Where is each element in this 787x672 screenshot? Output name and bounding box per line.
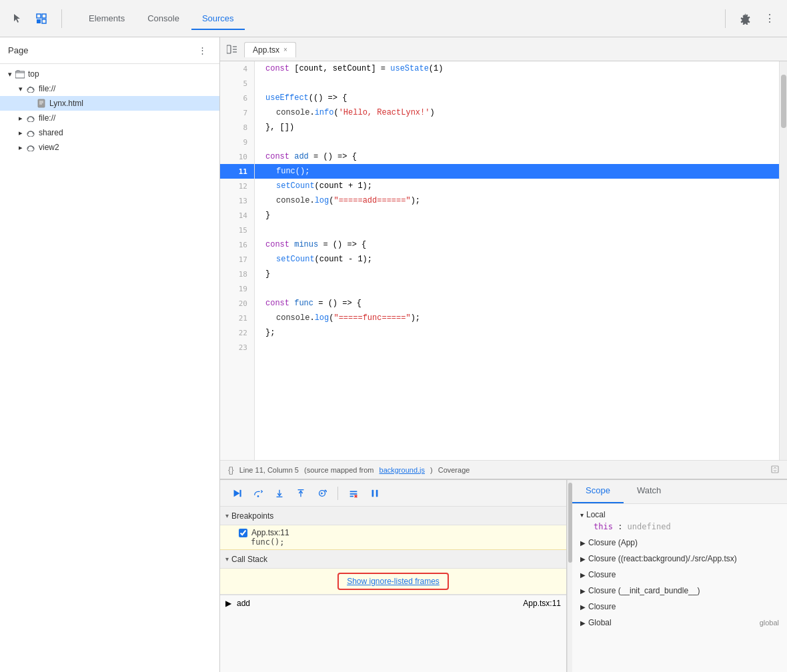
breakpoint-checkbox[interactable] — [239, 529, 247, 537]
code-line-12[interactable]: setCount(count + 1); — [255, 179, 779, 193]
code-line-19[interactable] — [255, 281, 779, 296]
deactivate-breakpoints-button[interactable] — [345, 485, 362, 502]
code-line-10[interactable]: const add = () => { — [255, 149, 779, 164]
cloud-icon-file1 — [25, 83, 36, 94]
tab-elements[interactable]: Elements — [78, 8, 135, 30]
tree-arrow-view2[interactable] — [16, 143, 25, 152]
svg-point-17 — [257, 495, 259, 497]
step-button[interactable] — [313, 485, 331, 502]
code-tab-label: App.tsx — [253, 45, 279, 55]
code-scrollbar[interactable] — [779, 61, 787, 460]
step-over-button[interactable] — [249, 485, 267, 502]
tree-item-lynx[interactable]: Lynx.html — [0, 96, 219, 111]
status-source-mapped: (source mapped from — [304, 466, 374, 474]
scope-tabs: Scope Watch — [572, 480, 787, 504]
file-tree-toggle-icon[interactable] — [225, 43, 239, 56]
tree-arrow-file1[interactable] — [16, 84, 25, 93]
code-line-21[interactable]: console.log("=====func====="); — [255, 311, 779, 325]
code-line-20[interactable]: const func = () => { — [255, 296, 779, 311]
breakpoints-section-header[interactable]: ▾ Breakpoints — [220, 507, 566, 525]
tab-watch[interactable]: Watch — [624, 480, 674, 503]
code-line-5[interactable] — [255, 76, 779, 91]
scope-closure-app-header[interactable]: ▶ Closure (App) — [578, 537, 782, 549]
debug-controls — [220, 480, 566, 507]
scope-closure-3-header[interactable]: ▶ Closure — [578, 601, 782, 613]
scope-closure-init-header[interactable]: ▶ Closure (__init_card_bundle__) — [578, 585, 782, 597]
svg-rect-0 — [37, 14, 41, 18]
code-line-15[interactable] — [255, 223, 779, 237]
code-line-18[interactable]: } — [255, 267, 779, 281]
scope-closure-react-header[interactable]: ▶ Closure ((react:background)/./src/App.… — [578, 553, 782, 565]
step-into-button[interactable] — [271, 485, 288, 502]
scope-local-header[interactable]: ▾ Local — [578, 509, 782, 521]
tree-arrow-shared[interactable] — [16, 128, 25, 137]
svg-rect-6 — [38, 99, 45, 107]
breakpoints-label: Breakpoints — [231, 511, 273, 521]
code-line-17[interactable]: setCount(count - 1); — [255, 252, 779, 267]
code-line-14[interactable]: } — [255, 208, 779, 223]
debug-scroll-thumb[interactable] — [568, 483, 572, 563]
line-num-11: 11 — [220, 164, 254, 179]
scope-closure-2-header[interactable]: ▶ Closure — [578, 569, 782, 581]
code-line-7[interactable]: console.info('Hello, ReactLynx!') — [255, 105, 779, 120]
scope-closure-init-label: Closure (__init_card_bundle__) — [588, 586, 700, 595]
step-out-button[interactable] — [292, 485, 309, 502]
line-numbers: 4 5 6 7 8 9 10 11 12 13 14 15 16 17 18 1… — [220, 61, 255, 460]
tree-label-view2: view2 — [39, 143, 59, 152]
scope-global-header[interactable]: ▶ Global global — [578, 617, 782, 629]
svg-rect-2 — [37, 19, 41, 23]
call-stack-section-header[interactable]: ▾ Call Stack — [220, 550, 566, 569]
scroll-thumb[interactable] — [781, 75, 786, 128]
code-line-13[interactable]: console.log("=====add======"); — [255, 193, 779, 208]
tab-scope[interactable]: Scope — [572, 480, 624, 503]
code-line-6[interactable]: useEffect(() => { — [255, 91, 779, 105]
code-tab-apptsx[interactable]: App.tsx × — [244, 42, 296, 57]
scope-closure-app: ▶ Closure (App) — [572, 535, 787, 551]
scope-global: ▶ Global global — [572, 615, 787, 631]
code-line-9[interactable] — [255, 135, 779, 149]
tree-leaf-lynx — [27, 99, 36, 108]
tree-label-shared: shared — [39, 128, 63, 137]
tab-console[interactable]: Console — [137, 8, 190, 30]
call-stack-add-item[interactable]: ▶ add App.tsx:11 — [220, 595, 566, 611]
inspector-icon[interactable] — [32, 9, 51, 28]
format-icon[interactable]: {} — [228, 465, 234, 475]
tree-arrow-file2[interactable] — [16, 113, 25, 123]
settings-icon[interactable] — [736, 9, 755, 28]
code-line-16[interactable]: const minus = () => { — [255, 237, 779, 252]
show-ignored-frames[interactable]: Show ignore-listed frames — [220, 569, 566, 595]
tree-item-file1[interactable]: file:// — [0, 81, 219, 96]
status-source-file[interactable]: background.js — [379, 466, 426, 474]
cursor-icon[interactable] — [8, 9, 27, 28]
tree-item-top[interactable]: top — [0, 67, 219, 81]
right-area: App.tsx × 4 5 6 7 8 9 10 11 12 13 14 — [220, 37, 787, 672]
sidebar-more-icon[interactable]: ⋮ — [193, 41, 211, 60]
code-line-22[interactable]: }; — [255, 325, 779, 340]
code-tab-close[interactable]: × — [283, 46, 287, 53]
code-line-8[interactable]: }, []) — [255, 120, 779, 135]
tree-item-file2[interactable]: file:// — [0, 111, 219, 125]
svg-marker-15 — [234, 489, 240, 497]
tree-item-view2[interactable]: view2 — [0, 140, 219, 155]
line-num-23: 23 — [220, 340, 254, 355]
tree-arrow-top[interactable] — [5, 69, 15, 79]
resume-button[interactable] — [228, 485, 245, 502]
status-coverage[interactable]: Coverage — [438, 466, 470, 474]
code-lines: const [count, setCount] = useState(1) us… — [255, 61, 779, 460]
breakpoint-item-0[interactable]: App.tsx:11 func(); — [220, 525, 566, 550]
svg-rect-29 — [376, 489, 378, 497]
pause-exceptions-button[interactable] — [366, 485, 383, 502]
more-options-icon[interactable]: ⋮ — [760, 9, 779, 28]
main-tab-bar: Elements Console Sources — [78, 8, 720, 29]
status-scroll-icon[interactable] — [771, 465, 779, 473]
scope-closure-app-label: Closure (App) — [588, 538, 638, 547]
tree-item-shared[interactable]: shared — [0, 125, 219, 140]
code-line-4[interactable]: const [count, setCount] = useState(1) — [255, 61, 779, 76]
debug-scrollbar[interactable] — [567, 480, 572, 672]
code-line-23[interactable] — [255, 340, 779, 355]
code-content[interactable]: 4 5 6 7 8 9 10 11 12 13 14 15 16 17 18 1… — [220, 61, 787, 460]
tab-sources[interactable]: Sources — [191, 8, 245, 30]
show-ignored-btn[interactable]: Show ignore-listed frames — [337, 573, 449, 590]
code-line-11[interactable]: func(); — [255, 164, 779, 179]
breakpoint-code: func(); — [239, 537, 558, 547]
